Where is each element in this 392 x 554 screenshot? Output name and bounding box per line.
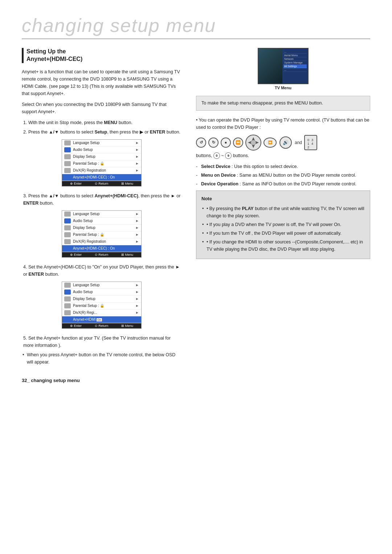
note-title: Note bbox=[201, 195, 365, 203]
svg-point-4 bbox=[251, 140, 256, 145]
circle-9: 9 bbox=[225, 152, 232, 159]
menu-row: DivX(R) Regi... ► bbox=[62, 309, 141, 316]
menu-icon bbox=[64, 161, 71, 166]
tv-menu-item: ... bbox=[283, 68, 307, 72]
tv-menu-item: Network bbox=[283, 57, 307, 61]
remote-btn-vol: 🔊 bbox=[279, 136, 293, 149]
step-3: 3. Press the ▲/▼ buttons to select Anyne… bbox=[22, 192, 181, 207]
menu-icon bbox=[64, 317, 71, 322]
menu-icon bbox=[64, 303, 71, 308]
note-item-2: • If you play a DVD when the TV power is… bbox=[201, 221, 365, 228]
bullet-device-operation: Device Operation : Same as INFO button o… bbox=[196, 180, 370, 188]
tv-menu-label: TV Menu bbox=[196, 86, 370, 90]
section-heading: Setting Up the Anynet+(HDMI-CEC) bbox=[22, 48, 181, 63]
menu-icon bbox=[64, 246, 71, 251]
step-2: 2. Press the ▲/▼ buttons to select Setup… bbox=[22, 128, 181, 136]
menu-icon bbox=[64, 147, 71, 152]
svg-text:2: 2 bbox=[307, 145, 309, 149]
highlight-box: To make the setup menu disappear, press … bbox=[196, 96, 370, 111]
menu-screenshot-1: Language Setup ► Audio Setup ► Display S… bbox=[62, 139, 142, 186]
note-item-3: • If you turn the TV off , the DVD Playe… bbox=[201, 230, 365, 237]
menu-icon bbox=[64, 168, 71, 173]
menu-row: Display Setup ► bbox=[62, 296, 141, 303]
menu-icon bbox=[64, 239, 71, 244]
remote-btn-ffwd: ⏩ bbox=[264, 138, 277, 148]
bullet-menu-on-device: Menu on Device : Same as MENU button on … bbox=[196, 172, 370, 179]
menu-icon bbox=[64, 296, 71, 301]
menu-icon bbox=[64, 218, 71, 223]
svg-text:🔊: 🔊 bbox=[283, 139, 289, 145]
left-column: Setting Up the Anynet+(HDMI-CEC) Anynet+… bbox=[22, 48, 181, 367]
note-item-1: • By pressing the PLAY button of the uni… bbox=[201, 205, 365, 219]
step-5-bullet: When you press Anynet+ button on the TV … bbox=[22, 351, 181, 366]
menu-row: Language Setup ► bbox=[62, 211, 141, 218]
tv-menu-item: ... bbox=[283, 50, 307, 54]
menu-footer: ⊕ Enter ⊙ Return ⊠ Menu bbox=[62, 252, 141, 257]
intro-paragraph: Anynet+ is a function that can be used t… bbox=[22, 68, 181, 97]
menu-screenshot-3: Language Setup ► Audio Setup ► Display S… bbox=[62, 282, 142, 329]
step-1: 1. With the unit in Stop mode, press the… bbox=[22, 119, 181, 126]
tv-menu-overlay: ... Aerial Menu Network System Manage Al… bbox=[282, 49, 308, 83]
menu-row: Parental Setup : 🔒 ► bbox=[62, 231, 141, 238]
bullet-select-device: Select Device : Use this option to selec… bbox=[196, 163, 370, 170]
section-heading-text: Setting Up the Anynet+(HDMI-CEC) bbox=[26, 48, 82, 63]
menu-row: Audio Setup ► bbox=[62, 218, 141, 225]
menu-row: Display Setup ► bbox=[62, 225, 141, 231]
menu-screenshot-2: Language Setup ► Audio Setup ► Display S… bbox=[62, 210, 142, 258]
menu-icon bbox=[64, 310, 71, 315]
menu-row: Display Setup ► bbox=[62, 153, 141, 160]
menu-row: DivX(R) Registration ► bbox=[62, 238, 141, 245]
menu-icon bbox=[64, 175, 71, 180]
menu-row-selected: Anynet+(HDMI-CEC) : On bbox=[62, 245, 141, 252]
note-box: Note • By pressing the PLAY button of th… bbox=[196, 190, 370, 259]
tv-bg bbox=[258, 49, 285, 83]
remote-btn-nav bbox=[245, 135, 261, 151]
remote-btn-return: ↺ bbox=[196, 138, 206, 148]
tv-menu-item-active: All Settings bbox=[283, 65, 307, 68]
menu-icon bbox=[64, 140, 71, 145]
svg-text:0: 0 bbox=[307, 138, 309, 142]
menu-icon bbox=[64, 154, 71, 159]
tv-menu-image: ... Aerial Menu Network System Manage Al… bbox=[258, 48, 309, 84]
menu-icon bbox=[64, 283, 71, 288]
tv-menu-item: Aerial Menu bbox=[283, 54, 307, 57]
menu-icon bbox=[64, 212, 71, 217]
circle-0: 0 bbox=[213, 152, 220, 159]
menu-row-selected: Anynet+(HDMI-CEC) : On bbox=[62, 174, 141, 181]
svg-text:1: 1 bbox=[307, 142, 309, 145]
step-4: 4. Set the Anynet+(HDMI-CEC) to "On" on … bbox=[22, 263, 181, 278]
main-layout: Setting Up the Anynet+(HDMI-CEC) Anynet+… bbox=[22, 48, 370, 367]
bullet-list: Select Device : Use this option to selec… bbox=[196, 163, 370, 188]
note-item-4: • If you change the HDMI to other source… bbox=[201, 238, 365, 253]
remote-btn-number: 0 1 2 3 4 bbox=[304, 135, 317, 150]
tv-menu-item: System Manage bbox=[283, 61, 307, 65]
heading-bar bbox=[22, 48, 24, 63]
menu-row: Language Setup ► bbox=[62, 140, 141, 147]
right-column: ... Aerial Menu Network System Manage Al… bbox=[196, 48, 370, 367]
and-text: and bbox=[295, 140, 302, 145]
page-footer: 32_ changing setup menu bbox=[22, 378, 370, 383]
menu-row: Audio Setup ► bbox=[62, 289, 141, 296]
select-paragraph: Select On when you connecting the DVD 10… bbox=[22, 101, 181, 115]
menu-row: Language Setup ► bbox=[62, 282, 141, 289]
page-title: changing setup menu bbox=[22, 15, 370, 39]
svg-text:4: 4 bbox=[311, 142, 313, 145]
remote-btn-rewind: ⏪ bbox=[233, 138, 243, 148]
svg-text:3: 3 bbox=[311, 138, 313, 142]
buttons-range-text: buttons, 0 ~ 9 buttons. bbox=[196, 152, 370, 159]
remote-btn-stop: ■ bbox=[221, 138, 231, 148]
menu-icon bbox=[64, 290, 71, 295]
menu-icon bbox=[64, 232, 71, 237]
operate-text: • You can operate the DVD Player by usin… bbox=[196, 116, 370, 131]
menu-footer: ⊕ Enter ⊙ Return ⊠ Menu bbox=[62, 323, 141, 328]
menu-row-selected: Anynet+HDMI On bbox=[62, 316, 141, 323]
menu-row: Parental Setup : 🔒 ► bbox=[62, 160, 141, 167]
remote-buttons-row: ↺ ↻ ■ ⏪ ⏩ 🔊 bbox=[196, 135, 370, 151]
menu-row: Audio Setup ► bbox=[62, 147, 141, 153]
menu-footer: ⊕ Enter ⊙ Return ⊠ Menu bbox=[62, 181, 141, 186]
menu-row: DivX(R) Registration ► bbox=[62, 167, 141, 174]
menu-icon bbox=[64, 225, 71, 230]
remote-btn-forward: ↻ bbox=[208, 138, 219, 148]
menu-row: Parental Setup : 🔒 ► bbox=[62, 303, 141, 309]
step-5: 5. Set the Anynet+ function at your TV. … bbox=[22, 335, 181, 349]
